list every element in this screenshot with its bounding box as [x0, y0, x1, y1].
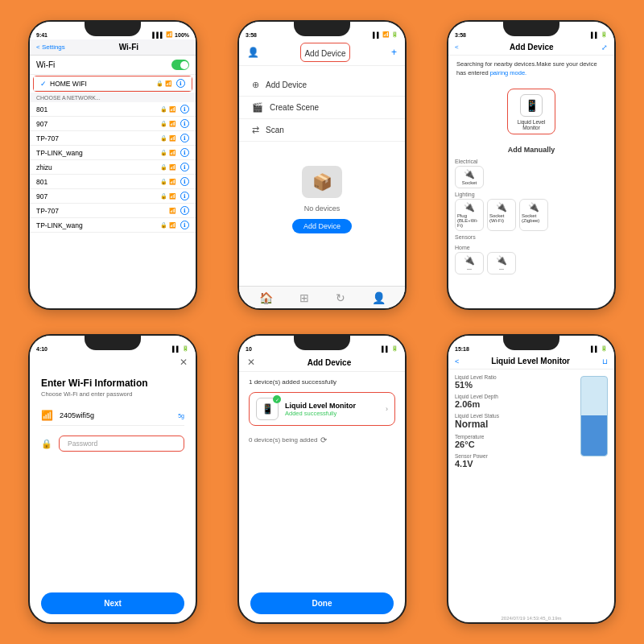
phone-6-wrapper: 15:18 ▌▌ 🔋 < Liquid Level Monitor ⊔ Liqu…: [431, 327, 631, 631]
create-scene-menu-item[interactable]: 🎬 Create Scene: [239, 97, 405, 119]
add-device-back-btn[interactable]: <: [455, 43, 459, 51]
info-8[interactable]: ℹ: [180, 206, 189, 215]
info-1[interactable]: ℹ: [180, 105, 189, 114]
wifi-7: 📶: [169, 193, 176, 200]
status-time-2: 3:58: [246, 32, 257, 38]
lighting-label: Lighting: [455, 192, 608, 197]
home-item-2[interactable]: 🔌—: [487, 252, 516, 275]
battery-5: 🔋: [391, 345, 398, 352]
socket-zigbee-item[interactable]: 🔌Socket (Zigbee): [519, 199, 548, 231]
socket-zigbee-icon: 🔌: [528, 202, 539, 213]
wifi-9: 📶: [169, 222, 176, 229]
status-time-4: 4:10: [36, 346, 47, 352]
done-button[interactable]: Done: [250, 592, 394, 614]
tab-refresh-icon[interactable]: ↻: [336, 291, 345, 304]
add-device-icon: ⊕: [252, 80, 259, 90]
network-row-6[interactable]: 801🔒📶ℹ: [30, 175, 196, 189]
wifi-6: 📶: [169, 179, 176, 185]
phone-adding-device: 10 ▌▌ 🔋 ✕ Add Device 1 device(s) added s…: [237, 334, 407, 624]
status-bar-1: 9:41 ▌▌▌ 📶 100%: [30, 22, 196, 39]
lock-icon-1: 🔒: [160, 106, 167, 113]
wifi-network-name: 2405wifi5g: [60, 411, 94, 419]
stat-status: Liquid Level Status Normal: [455, 413, 568, 430]
settings-back-btn[interactable]: < Settings: [36, 43, 65, 51]
status-bar-6: 15:18 ▌▌ 🔋: [448, 336, 614, 353]
add-device-btn-container: Add Device: [300, 43, 349, 62]
monitor-stats: Liquid Level Ratio 51% Liquid Level Dept…: [448, 369, 574, 614]
status-icons-6: ▌▌ 🔋: [591, 345, 608, 352]
info-6[interactable]: ℹ: [180, 177, 189, 186]
add-device-primary-btn[interactable]: Add Device: [292, 219, 352, 233]
add-device-nav-label[interactable]: Add Device: [304, 49, 345, 58]
network-row-3[interactable]: TP-707🔒📶ℹ: [30, 131, 196, 146]
home-category: Home 🔌— 🔌—: [448, 243, 614, 276]
wifi-8: 📶: [169, 208, 176, 214]
network-row-5[interactable]: zhizu🔒📶ℹ: [30, 160, 196, 175]
expand-icon[interactable]: ⤢: [601, 43, 608, 52]
battery-3: 🔋: [601, 31, 608, 38]
network-row-1[interactable]: 801🔒📶ℹ: [30, 102, 196, 117]
network-row-9[interactable]: TP-LINK_wang🔒📶ℹ: [30, 218, 196, 233]
liquid-tank: 51%: [580, 376, 608, 456]
status-icons-1: ▌▌▌ 📶 100%: [152, 31, 189, 38]
stat-power-label: Sensor Power: [455, 453, 568, 459]
info-7[interactable]: ℹ: [180, 192, 189, 200]
lighting-items: 🔌Plug (BLE+Wi-Fi) 🔌Socket (Wi-Fi) 🔌Socke…: [455, 199, 608, 231]
status-icons-2: ▌▌ 📶 🔋: [373, 31, 398, 38]
info-5[interactable]: ℹ: [180, 163, 189, 171]
scan-menu-item[interactable]: ⇄ Scan: [239, 119, 405, 142]
network-row-8[interactable]: TP-707📶ℹ: [30, 204, 196, 218]
plus-icon[interactable]: +: [391, 47, 397, 58]
info-9[interactable]: ℹ: [180, 221, 189, 229]
add-device-search-header: < Add Device ⤢: [448, 39, 614, 56]
device-card-label: Liquid Level Monitor: [511, 119, 551, 130]
signal-icon-2: ▌▌: [373, 32, 381, 38]
wifi-network-select-row: 📶 2405wifi5g 5g: [41, 406, 184, 426]
adding-close-btn[interactable]: ✕: [247, 357, 255, 368]
monitor-content: Liquid Level Ratio 51% Liquid Level Dept…: [448, 369, 614, 614]
network-row-7[interactable]: 907🔒📶ℹ: [30, 189, 196, 204]
tab-grid-icon[interactable]: ⊞: [299, 291, 309, 304]
status-time-3: 3:58: [455, 32, 466, 38]
selected-network-row[interactable]: ✓ HOME WIFI 🔒 📶 ℹ: [34, 76, 192, 91]
device-found-grid: 📱 Liquid Level Monitor: [448, 82, 614, 141]
liquid-level-device-card[interactable]: 📱 Liquid Level Monitor: [507, 89, 555, 134]
socket-wifi-icon: 🔌: [496, 202, 507, 213]
home-item-1[interactable]: 🔌—: [455, 252, 484, 275]
info-icon[interactable]: ℹ: [176, 79, 185, 88]
password-input[interactable]: Password: [59, 436, 184, 452]
socket-item[interactable]: 🔌Socket: [455, 166, 484, 188]
device-success-card[interactable]: 📱 ✓ Liquid Level Monitor Added successfu…: [249, 392, 395, 426]
info-4[interactable]: ℹ: [180, 148, 189, 157]
wifi-toggle[interactable]: [171, 60, 189, 70]
stat-power-value: 4.1V: [455, 459, 568, 469]
status-bar-4: 4:10 ▌▌ 🔋: [30, 336, 196, 353]
phone-1-wrapper: 9:41 ▌▌▌ 📶 100% < Settings Wi-Fi Wi-Fi ✓…: [13, 13, 213, 317]
plug-ble-item[interactable]: 🔌Plug (BLE+Wi-Fi): [455, 199, 484, 231]
lock-icon-9: 🔒: [160, 222, 167, 229]
next-button[interactable]: Next: [41, 592, 184, 614]
network-row-4[interactable]: TP-LINK_wang🔒📶ℹ: [30, 146, 196, 160]
wifi-header-title: Wi-Fi: [68, 43, 189, 52]
stat-depth: Liquid Level Depth 2.06m: [455, 394, 568, 409]
phone-3-wrapper: 3:58 ▌▌ 🔋 < Add Device ⤢ Searching for n…: [431, 13, 631, 317]
tab-home-icon[interactable]: 🏠: [259, 291, 273, 304]
pairing-mode-link[interactable]: pairing mode.: [490, 69, 526, 76]
monitor-title: Liquid Level Monitor: [459, 357, 602, 365]
stat-temp-label: Temperature: [455, 434, 568, 440]
device-success-info: Liquid Level Monitor Added successfully: [285, 402, 386, 417]
info-2[interactable]: ℹ: [180, 119, 189, 128]
close-btn[interactable]: ✕: [180, 357, 188, 368]
phone-enter-wifi: 4:10 ▌▌ 🔋 ✕ Enter Wi-Fi Information Choo…: [28, 334, 197, 624]
person-icon: 👤: [247, 47, 259, 58]
success-count: 1 device(s) added successfully: [239, 372, 405, 389]
socket-wifi-item[interactable]: 🔌Socket (Wi-Fi): [487, 199, 516, 231]
add-device-menu-item[interactable]: ⊕ Add Device: [239, 74, 405, 97]
screen-3: 3:58 ▌▌ 🔋 < Add Device ⤢ Searching for n…: [448, 22, 614, 308]
network-row-2[interactable]: 907🔒📶ℹ: [30, 117, 196, 131]
selected-network-icons: 🔒 📶 ℹ: [156, 79, 185, 88]
monitor-share-btn[interactable]: ⊔: [602, 357, 608, 365]
tab-person-icon[interactable]: 👤: [372, 291, 386, 304]
scan-label: Scan: [266, 126, 284, 134]
info-3[interactable]: ℹ: [180, 134, 189, 142]
